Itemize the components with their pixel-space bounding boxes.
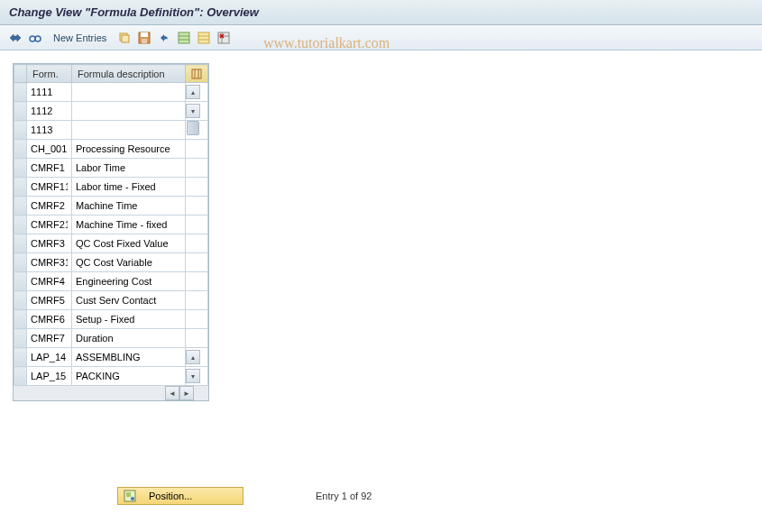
- form-key-input[interactable]: [27, 234, 71, 252]
- table-container: Form. Formula description ▴▾▴▾ ◄ ►: [13, 63, 209, 401]
- formula-description-input[interactable]: [72, 216, 185, 234]
- form-key-input[interactable]: [27, 291, 71, 309]
- vertical-scrollbar-track[interactable]: [186, 272, 208, 291]
- row-selector[interactable]: [14, 121, 27, 140]
- vertical-scrollbar-track[interactable]: [186, 329, 208, 348]
- toolbar: New Entries: [0, 25, 762, 50]
- undo-icon[interactable]: [156, 30, 172, 46]
- table-row: [14, 178, 208, 197]
- new-entries-button[interactable]: New Entries: [47, 30, 113, 46]
- row-selector[interactable]: [14, 253, 27, 272]
- vertical-scrollbar-track[interactable]: [186, 234, 208, 253]
- form-key-input[interactable]: [27, 367, 71, 385]
- formula-description-input[interactable]: [72, 291, 185, 309]
- formula-description-input[interactable]: [72, 102, 185, 120]
- vertical-scrollbar-track[interactable]: ▴: [186, 83, 208, 102]
- scroll-right-button[interactable]: ►: [179, 386, 194, 400]
- formula-description-input[interactable]: [72, 83, 185, 101]
- position-icon: [124, 490, 136, 502]
- table-row: ▾: [14, 367, 208, 386]
- scroll-down-button[interactable]: ▾: [186, 369, 200, 383]
- form-key-input[interactable]: [27, 83, 71, 101]
- toggle-display-change-icon[interactable]: [7, 30, 23, 46]
- title-bar: Change View "Formula Definition": Overvi…: [0, 0, 762, 25]
- form-key-input[interactable]: [27, 329, 71, 347]
- row-selector[interactable]: [14, 102, 27, 121]
- row-selector[interactable]: [14, 272, 27, 291]
- column-header-form[interactable]: Form.: [27, 65, 72, 83]
- formula-description-input[interactable]: [72, 178, 185, 196]
- vertical-scrollbar-track[interactable]: ▾: [186, 367, 208, 386]
- scroll-up-page-button[interactable]: ▴: [186, 350, 200, 364]
- vertical-scrollbar-track[interactable]: [186, 121, 208, 140]
- vertical-scrollbar-track[interactable]: ▴: [186, 348, 208, 367]
- footer: Position... Entry 1 of 92: [117, 487, 372, 505]
- table-row: ▴: [14, 83, 208, 102]
- vertical-scrollbar-track[interactable]: [186, 216, 208, 234]
- deselect-all-icon[interactable]: [196, 30, 212, 46]
- row-selector-header[interactable]: [14, 65, 27, 83]
- vertical-scrollbar-track[interactable]: [186, 197, 208, 216]
- form-key-input[interactable]: [27, 253, 71, 271]
- select-all-icon[interactable]: [176, 30, 192, 46]
- form-key-input[interactable]: [27, 272, 71, 290]
- copy-icon[interactable]: [116, 30, 133, 46]
- row-selector[interactable]: [14, 140, 27, 159]
- form-key-input[interactable]: [27, 178, 71, 196]
- row-selector[interactable]: [14, 197, 27, 216]
- formula-description-input[interactable]: [72, 272, 185, 290]
- svg-rect-8: [179, 32, 189, 43]
- vertical-scrollbar-track[interactable]: [186, 159, 208, 178]
- save-icon[interactable]: [136, 30, 152, 46]
- form-key-input[interactable]: [27, 310, 71, 328]
- vertical-scrollbar-track[interactable]: [186, 178, 208, 197]
- form-key-input[interactable]: [27, 216, 71, 234]
- vertical-scrollbar-track[interactable]: [186, 140, 208, 159]
- formula-description-input[interactable]: [72, 253, 185, 271]
- formula-description-input[interactable]: [72, 329, 185, 347]
- vertical-scrollbar-track[interactable]: [186, 291, 208, 310]
- form-key-input[interactable]: [27, 102, 71, 120]
- glasses-icon[interactable]: [27, 30, 43, 46]
- form-key-input[interactable]: [27, 197, 71, 215]
- formula-description-input[interactable]: [72, 367, 185, 385]
- scroll-thumb[interactable]: [187, 121, 199, 135]
- scroll-down-page-button[interactable]: ▾: [186, 104, 200, 118]
- form-key-input[interactable]: [27, 159, 71, 177]
- configure-columns-button[interactable]: [186, 65, 208, 83]
- row-selector[interactable]: [14, 329, 27, 348]
- column-header-description[interactable]: Formula description: [72, 65, 186, 83]
- row-selector[interactable]: [14, 234, 27, 253]
- row-selector[interactable]: [14, 178, 27, 197]
- row-selector[interactable]: [14, 83, 27, 102]
- table-row: ▾: [14, 102, 208, 121]
- row-selector[interactable]: [14, 310, 27, 329]
- formula-description-input[interactable]: [72, 159, 185, 177]
- row-selector[interactable]: [14, 348, 27, 367]
- position-button[interactable]: Position...: [117, 487, 243, 505]
- form-key-input[interactable]: [27, 140, 71, 158]
- svg-rect-19: [192, 69, 201, 78]
- svg-point-24: [131, 497, 134, 500]
- row-selector[interactable]: [14, 367, 27, 386]
- vertical-scrollbar-track[interactable]: ▾: [186, 102, 208, 121]
- scroll-left-button[interactable]: ◄: [165, 386, 179, 400]
- table-row: [14, 216, 208, 234]
- delete-icon[interactable]: [216, 30, 232, 46]
- formula-description-input[interactable]: [72, 140, 185, 158]
- scroll-up-button[interactable]: ▴: [186, 85, 200, 99]
- vertical-scrollbar-track[interactable]: [186, 253, 208, 272]
- row-selector[interactable]: [14, 159, 27, 178]
- row-selector[interactable]: [14, 291, 27, 310]
- formula-description-input[interactable]: [72, 310, 185, 328]
- form-key-input[interactable]: [27, 348, 71, 366]
- form-key-input[interactable]: [27, 121, 71, 139]
- vertical-scrollbar-track[interactable]: [186, 310, 208, 329]
- formula-description-input[interactable]: [72, 234, 185, 252]
- row-selector[interactable]: [14, 216, 27, 234]
- formula-description-input[interactable]: [72, 121, 185, 139]
- formula-description-input[interactable]: [72, 348, 185, 366]
- svg-rect-7: [142, 39, 147, 43]
- formula-description-input[interactable]: [72, 197, 185, 215]
- svg-point-1: [35, 36, 41, 41]
